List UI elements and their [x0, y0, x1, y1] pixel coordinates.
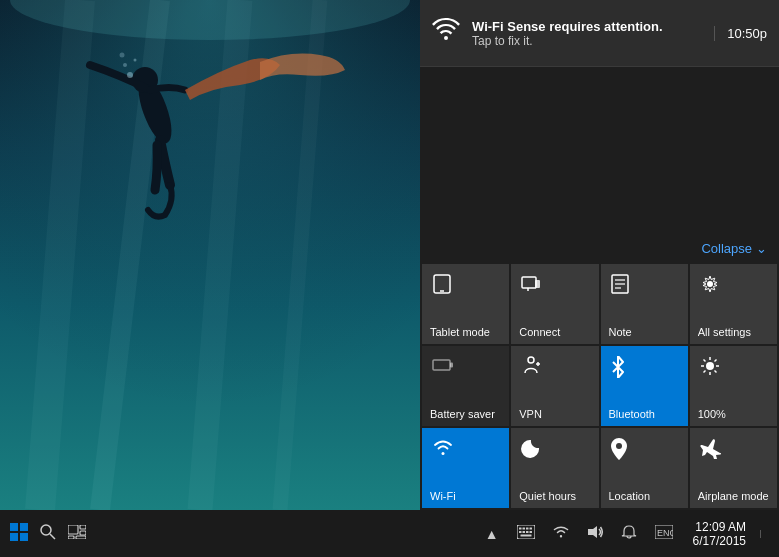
airplane-mode-icon	[700, 438, 722, 465]
svg-rect-45	[80, 525, 86, 529]
desktop-wallpaper	[0, 0, 420, 510]
tile-wifi[interactable]: Wi-Fi	[422, 428, 509, 508]
tile-quiet-hours-label: Quiet hours	[519, 490, 590, 502]
svg-rect-23	[433, 360, 450, 370]
svg-point-37	[616, 443, 622, 449]
svg-point-22	[707, 281, 713, 287]
brightness-icon	[700, 356, 720, 381]
svg-line-34	[714, 371, 716, 373]
tile-all-settings-label: All settings	[698, 326, 769, 338]
show-hidden-icons[interactable]: ▲	[479, 522, 505, 546]
tablet-mode-icon	[432, 274, 452, 299]
tile-airplane-mode[interactable]: Airplane mode	[690, 428, 777, 508]
vpn-icon	[521, 356, 541, 379]
tile-tablet-mode-label: Tablet mode	[430, 326, 501, 338]
taskbar-right: ▲	[479, 520, 779, 548]
svg-rect-38	[10, 523, 18, 531]
notification-time: 10:50p	[714, 26, 767, 41]
tile-quiet-hours[interactable]: Quiet hours	[511, 428, 598, 508]
location-icon	[611, 438, 627, 465]
start-button[interactable]	[4, 519, 34, 548]
tile-all-settings[interactable]: All settings	[690, 264, 777, 344]
tile-bluetooth[interactable]: Bluetooth	[601, 346, 688, 426]
svg-rect-40	[10, 533, 18, 541]
tile-wifi-label: Wi-Fi	[430, 490, 501, 502]
volume-icon[interactable]	[581, 521, 609, 546]
svg-rect-51	[522, 528, 525, 530]
quick-actions-grid: Tablet mode Connect Note	[420, 262, 779, 510]
notification-text: Wi-Fi Sense requires attention. Tap to f…	[472, 19, 706, 48]
svg-rect-57	[529, 531, 532, 533]
svg-rect-55	[522, 531, 525, 533]
tile-battery-saver-label: Battery saver	[430, 408, 501, 420]
tile-tablet-mode[interactable]: Tablet mode	[422, 264, 509, 344]
svg-point-42	[41, 525, 51, 535]
wifi-icon	[432, 438, 454, 461]
svg-rect-54	[519, 531, 522, 533]
svg-rect-53	[529, 528, 532, 530]
quiet-hours-icon	[521, 438, 541, 463]
svg-point-28	[706, 362, 714, 370]
show-desktop-button[interactable]	[760, 530, 771, 538]
svg-point-8	[127, 72, 133, 78]
svg-rect-56	[526, 531, 529, 533]
svg-line-33	[703, 360, 705, 362]
search-button[interactable]	[34, 520, 62, 547]
svg-point-10	[134, 59, 137, 62]
svg-rect-41	[20, 533, 28, 541]
svg-rect-24	[450, 363, 453, 368]
svg-point-9	[123, 63, 127, 67]
wifi-taskbar-icon[interactable]	[547, 521, 575, 546]
wifi-notification-icon	[432, 16, 460, 50]
all-settings-icon	[700, 274, 720, 299]
language-icon[interactable]: ENG	[649, 521, 679, 546]
empty-notification-area	[420, 67, 779, 235]
task-view-button[interactable]	[62, 521, 92, 546]
tile-location-label: Location	[609, 490, 680, 502]
taskbar-left	[0, 519, 92, 548]
svg-rect-58	[520, 535, 531, 537]
svg-marker-59	[588, 526, 597, 538]
tile-location[interactable]: Location	[601, 428, 688, 508]
svg-rect-39	[20, 523, 28, 531]
svg-rect-17	[535, 280, 540, 288]
tile-vpn[interactable]: VPN	[511, 346, 598, 426]
notification-item[interactable]: Wi-Fi Sense requires attention. Tap to f…	[420, 0, 779, 67]
tile-note-label: Note	[609, 326, 680, 338]
collapse-button[interactable]: Collapse ⌄	[701, 241, 767, 256]
tile-brightness[interactable]: 100%	[690, 346, 777, 426]
tile-connect-label: Connect	[519, 326, 590, 338]
tile-airplane-mode-label: Airplane mode	[698, 490, 769, 502]
svg-rect-46	[80, 531, 86, 535]
touch-keyboard-icon[interactable]	[511, 521, 541, 546]
svg-point-11	[120, 53, 125, 58]
notification-title: Wi-Fi Sense requires attention.	[472, 19, 706, 34]
tile-battery-saver[interactable]: Battery saver	[422, 346, 509, 426]
tile-brightness-label: 100%	[698, 408, 769, 420]
svg-text:ENG: ENG	[657, 528, 673, 538]
svg-rect-52	[526, 528, 529, 530]
svg-rect-44	[68, 525, 78, 534]
svg-rect-15	[522, 277, 536, 288]
collapse-row: Collapse ⌄	[420, 235, 779, 262]
collapse-chevron: ⌄	[756, 241, 767, 256]
clock-time: 12:09 AM	[693, 520, 746, 534]
tile-note[interactable]: Note	[601, 264, 688, 344]
action-center: Wi-Fi Sense requires attention. Tap to f…	[420, 0, 779, 510]
svg-line-35	[714, 360, 716, 362]
svg-line-36	[703, 371, 705, 373]
svg-rect-48	[76, 536, 86, 539]
notifications-icon[interactable]	[615, 521, 643, 546]
notification-subtitle: Tap to fix it.	[472, 34, 706, 48]
tile-bluetooth-label: Bluetooth	[609, 408, 680, 420]
svg-rect-47	[68, 536, 74, 539]
system-clock[interactable]: 12:09 AM 6/17/2015	[685, 520, 754, 548]
connect-icon	[521, 274, 541, 297]
note-icon	[611, 274, 629, 299]
svg-line-43	[50, 534, 55, 539]
battery-saver-icon	[432, 356, 454, 377]
svg-point-25	[528, 357, 534, 363]
bluetooth-icon	[611, 356, 625, 383]
tile-connect[interactable]: Connect	[511, 264, 598, 344]
taskbar: ▲	[0, 510, 779, 557]
